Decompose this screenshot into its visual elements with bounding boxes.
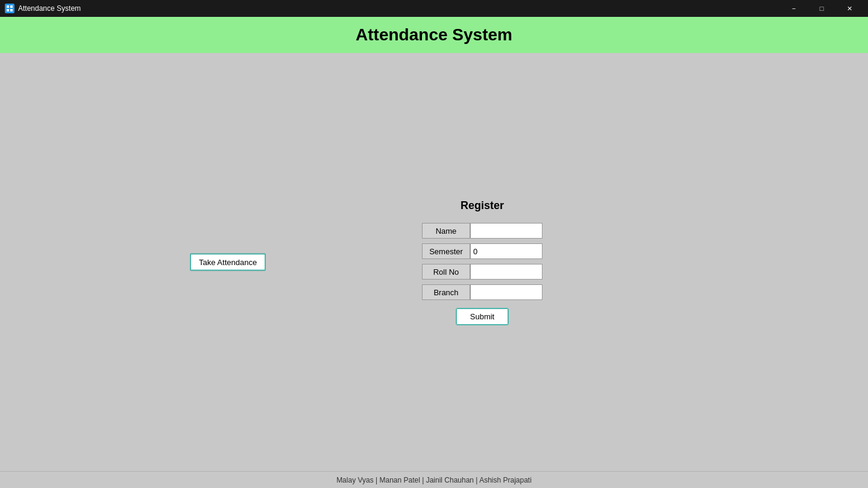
- titlebar-left: Attendance System: [5, 4, 81, 13]
- submit-row: Submit: [456, 308, 508, 325]
- branch-row: Branch: [422, 284, 542, 300]
- svg-rect-0: [7, 5, 9, 8]
- branch-label: Branch: [422, 284, 470, 300]
- name-label: Name: [422, 223, 470, 239]
- main-content: Take Attendance Register Name Semester R…: [0, 53, 868, 471]
- minimize-button[interactable]: −: [780, 0, 808, 17]
- close-button[interactable]: ✕: [835, 0, 863, 17]
- register-form: Register Name Semester Roll No Branch: [422, 199, 542, 325]
- name-input[interactable]: [470, 223, 542, 239]
- submit-button[interactable]: Submit: [456, 308, 508, 325]
- svg-rect-2: [7, 9, 9, 11]
- rollno-input[interactable]: [470, 264, 542, 280]
- app-icon: [5, 4, 14, 13]
- maximize-button[interactable]: □: [808, 0, 835, 17]
- svg-rect-1: [10, 5, 13, 8]
- semester-label: Semester: [422, 243, 470, 259]
- footer: Malay Vyas | Manan Patel | Jainil Chauha…: [0, 471, 868, 488]
- footer-text: Malay Vyas | Manan Patel | Jainil Chauha…: [336, 476, 532, 484]
- rollno-row: Roll No: [422, 264, 542, 280]
- branch-input[interactable]: [470, 284, 542, 300]
- register-title: Register: [461, 199, 504, 212]
- app-title: Attendance System: [356, 25, 512, 44]
- name-row: Name: [422, 223, 542, 239]
- rollno-label: Roll No: [422, 264, 470, 280]
- semester-input[interactable]: [470, 243, 542, 259]
- titlebar: Attendance System − □ ✕: [0, 0, 868, 17]
- svg-rect-3: [10, 9, 13, 11]
- semester-row: Semester: [422, 243, 542, 259]
- titlebar-controls: − □ ✕: [780, 0, 863, 17]
- header: Attendance System: [0, 17, 868, 53]
- take-attendance-button[interactable]: Take Attendance: [190, 254, 266, 271]
- titlebar-title: Attendance System: [18, 4, 81, 13]
- form-fields: Name Semester Roll No Branch: [422, 223, 542, 300]
